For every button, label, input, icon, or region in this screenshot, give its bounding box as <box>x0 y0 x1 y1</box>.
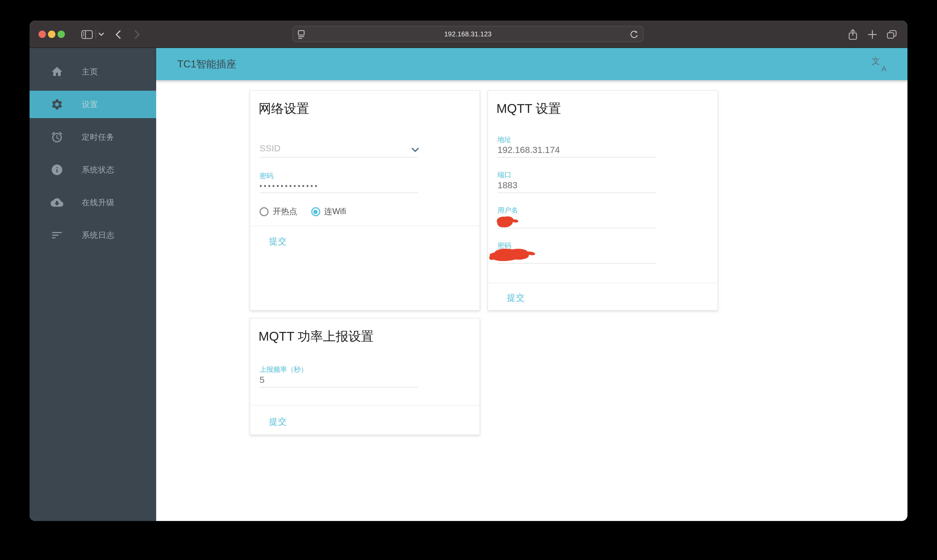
new-tab-icon[interactable] <box>864 20 880 48</box>
app-header: TC1智能插座 文 A <box>156 48 908 80</box>
hotspot-radio-label[interactable]: 开热点 <box>273 206 297 217</box>
share-icon[interactable] <box>844 20 861 48</box>
gear-icon <box>51 98 63 111</box>
reload-icon[interactable] <box>630 30 638 41</box>
card-divider <box>250 226 479 226</box>
page: 192.168.31.123 <box>0 0 937 560</box>
sidebar-item-label: 主页 <box>82 67 98 77</box>
log-lines-icon <box>51 229 63 242</box>
alarm-clock-icon <box>51 131 63 143</box>
sidebar-item-system-status[interactable]: 系统状态 <box>29 156 156 183</box>
page-title: TC1智能插座 <box>177 57 236 71</box>
sidebar: 主页 设置 定时任务 <box>29 48 156 521</box>
mqtt-port-input[interactable]: 1883 <box>498 180 518 191</box>
toolbar-divider <box>96 29 96 40</box>
wifi-mode-radio-group: 开热点 连Wifi <box>260 206 360 217</box>
input-underline <box>260 387 418 388</box>
input-underline <box>498 192 656 193</box>
cloud-download-icon <box>51 196 63 209</box>
input-underline <box>498 157 656 158</box>
network-settings-card: 网络设置 SSID 密码 •••••••••••••• 开热点 连Wifi <box>250 90 480 311</box>
mqtt-address-label: 地址 <box>498 135 511 145</box>
report-frequency-label: 上报频率（秒） <box>260 365 308 374</box>
address-bar[interactable]: 192.168.31.123 <box>292 26 644 42</box>
ssid-select[interactable]: SSID <box>260 143 280 154</box>
report-frequency-input[interactable]: 5 <box>260 375 265 385</box>
power-submit-button[interactable]: 提交 <box>269 417 287 428</box>
wifi-radio[interactable] <box>311 207 320 216</box>
info-icon <box>51 163 63 176</box>
sidebar-item-label: 设置 <box>82 99 98 109</box>
sidebar-item-label: 在线升级 <box>82 197 114 208</box>
card-title: MQTT 功率上报设置 <box>259 328 373 345</box>
select-chevron-icon[interactable] <box>411 145 419 154</box>
mqtt-port-label: 端口 <box>498 170 511 180</box>
browser-toolbar: 192.168.31.123 <box>29 20 908 48</box>
card-divider <box>250 405 479 406</box>
card-title: 网络设置 <box>259 100 309 117</box>
input-underline <box>260 192 418 193</box>
sidebar-item-label: 系统日志 <box>82 230 114 240</box>
browser-window: 192.168.31.123 <box>29 20 908 521</box>
wifi-password-label: 密码 <box>260 171 273 181</box>
sidebar-item-system-log[interactable]: 系统日志 <box>29 222 156 249</box>
password-redaction-scribble <box>488 247 543 264</box>
mqtt-power-report-card: MQTT 功率上报设置 上报频率（秒） 5 提交 <box>250 318 480 435</box>
close-window-button[interactable] <box>39 31 46 38</box>
main-content: TC1智能插座 文 A 网络设置 SSID 密码 ••••••••••••• <box>156 48 908 521</box>
zoom-window-button[interactable] <box>57 31 65 38</box>
translate-icon[interactable]: 文 A <box>872 57 886 72</box>
sidebar-item-online-upgrade[interactable]: 在线升级 <box>29 189 156 216</box>
card-divider <box>488 283 718 283</box>
username-redaction-scribble <box>494 215 522 229</box>
network-submit-button[interactable]: 提交 <box>269 236 287 247</box>
sidebar-item-settings[interactable]: 设置 <box>29 91 156 118</box>
sidebar-item-label: 系统状态 <box>82 165 114 175</box>
sidebar-item-label: 定时任务 <box>82 132 114 142</box>
sidebar-item-home[interactable]: 主页 <box>29 58 156 85</box>
tab-overview-icon[interactable] <box>883 20 900 48</box>
mqtt-address-input[interactable]: 192.168.31.174 <box>498 145 560 155</box>
chevron-down-icon[interactable] <box>97 20 106 48</box>
mqtt-submit-button[interactable]: 提交 <box>507 293 525 304</box>
wifi-password-input[interactable]: •••••••••••••• <box>260 182 319 190</box>
mqtt-username-label: 用户名 <box>498 206 518 215</box>
home-icon <box>51 65 63 78</box>
forward-icon[interactable] <box>132 20 142 48</box>
minimize-window-button[interactable] <box>48 31 55 38</box>
wifi-radio-label[interactable]: 连Wifi <box>324 206 346 217</box>
input-underline <box>260 157 418 158</box>
card-title: MQTT 设置 <box>496 100 561 117</box>
sidebar-toggle-icon[interactable] <box>79 20 95 48</box>
sidebar-item-timers[interactable]: 定时任务 <box>29 123 156 151</box>
hotspot-radio[interactable] <box>260 207 268 216</box>
page-format-icon[interactable] <box>297 30 305 41</box>
back-icon[interactable] <box>113 20 123 48</box>
mqtt-settings-card: MQTT 设置 地址 192.168.31.174 端口 1883 用户名 密码 <box>487 90 718 311</box>
url-text[interactable]: 192.168.31.123 <box>293 30 643 38</box>
